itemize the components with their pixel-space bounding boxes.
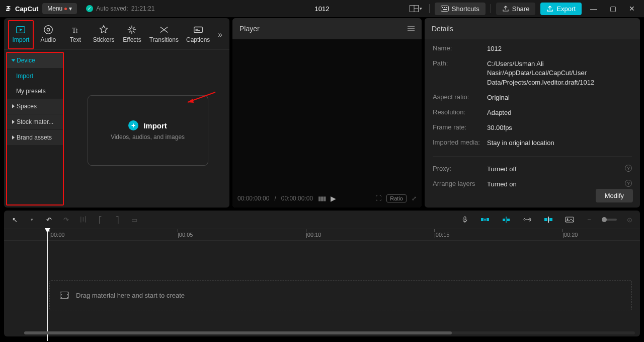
hamburger-icon <box>408 26 415 31</box>
player-viewport[interactable]: 00:00:00:00 / 00:00:00:00 ▮▮▮ ▶ ⛶ Ratio … <box>232 39 422 208</box>
cursor-tool[interactable]: ↖ <box>9 216 20 224</box>
caret-down-icon <box>12 59 16 62</box>
svg-text:I: I <box>76 28 77 34</box>
split-button[interactable]: 〣 <box>77 215 89 224</box>
share-label: Share <box>512 5 530 13</box>
compare-icon[interactable]: ▮▮▮ <box>318 195 326 202</box>
auto-snap-button[interactable] <box>499 215 513 225</box>
svg-rect-14 <box>194 27 202 33</box>
cursor-dropdown[interactable]: ▾ <box>26 217 37 222</box>
tab-audio[interactable]: Audio <box>36 21 61 48</box>
chevron-down-icon: ▾ <box>420 6 422 11</box>
tab-transitions[interactable]: Transitions <box>146 21 181 48</box>
play-button[interactable]: ▶ <box>331 194 336 202</box>
scan-icon[interactable]: ⛶ <box>375 195 381 202</box>
auto-snap-icon <box>501 216 511 224</box>
maximize-button[interactable]: ▢ <box>606 2 620 16</box>
tab-stickers[interactable]: Stickers <box>90 21 118 48</box>
titlebar: CapCut Menu ▾ ✓ Auto saved: 21:21:21 101… <box>0 0 644 17</box>
scrollbar-thumb[interactable] <box>24 331 452 334</box>
divider <box>429 4 430 13</box>
magnet-button[interactable] <box>478 215 492 224</box>
svg-rect-22 <box>484 219 486 221</box>
preview-axis-button[interactable] <box>541 215 555 225</box>
player-header: Player <box>232 18 422 39</box>
sidebar-group-brand[interactable]: Brand assets <box>7 130 63 146</box>
tabs-overflow[interactable]: » <box>215 30 225 39</box>
timeline-dropzone[interactable]: Drag material here and start to create <box>49 280 632 310</box>
zoom-slider[interactable] <box>602 219 617 221</box>
sidebar-item-presets[interactable]: My presets <box>7 84 63 99</box>
tab-text[interactable]: TI Text <box>63 21 88 48</box>
fullscreen-icon[interactable]: ⤢ <box>412 195 417 202</box>
svg-rect-21 <box>487 218 489 221</box>
maximize-icon: ▢ <box>610 5 616 13</box>
svg-point-31 <box>567 219 569 220</box>
split-right-button[interactable]: ⎤ <box>112 216 123 224</box>
tab-label: Import <box>12 36 29 43</box>
row-aspect: Aspect ratio:Original <box>433 93 632 102</box>
info-icon[interactable]: ? <box>625 180 632 187</box>
modify-button[interactable]: Modify <box>596 189 633 202</box>
import-icon <box>15 24 26 35</box>
time-current: 00:00:00:00 <box>237 195 269 202</box>
main-row: Import Audio TI Text Stickers Effects Tr… <box>0 17 644 208</box>
delete-button[interactable]: ▭ <box>129 216 140 224</box>
export-button[interactable]: Export <box>540 3 582 15</box>
sidebar-label: Brand assets <box>17 134 52 141</box>
sidebar-group-spaces[interactable]: Spaces <box>7 99 63 114</box>
caret-right-icon <box>12 104 15 108</box>
time-total: 00:00:00:00 <box>281 195 313 202</box>
project-title: 1012 <box>315 5 330 13</box>
sidebar-item-import[interactable]: Import <box>7 69 63 84</box>
timeline-toolbar: ↖ ▾ ↶ ↷ 〣 ⎡ ⎤ ▭ − ⊙ <box>4 211 640 229</box>
ratio-button[interactable]: Ratio <box>386 194 407 202</box>
timeline-ruler[interactable]: |00:00 |00:05 |00:10 |00:15 |00:20 <box>4 229 640 241</box>
player-controls: 00:00:00:00 / 00:00:00:00 ▮▮▮ ▶ ⛶ Ratio … <box>232 189 422 208</box>
split-left-button[interactable]: ⎡ <box>95 216 106 224</box>
link-button[interactable] <box>520 216 534 224</box>
menu-button[interactable]: Menu ▾ <box>42 3 77 14</box>
shortcuts-label: Shortcuts <box>452 5 479 13</box>
share-button[interactable]: Share <box>496 3 536 15</box>
tab-import[interactable]: Import <box>8 20 34 49</box>
zoom-fit-button[interactable]: ⊙ <box>624 216 635 224</box>
tab-label: Audio <box>40 36 56 43</box>
chevron-down-icon: ▾ <box>69 5 72 12</box>
media-panel: Import Audio TI Text Stickers Effects Tr… <box>4 18 229 208</box>
transitions-icon <box>158 24 170 35</box>
annotation-arrow <box>183 90 218 105</box>
close-button[interactable]: ✕ <box>625 2 639 16</box>
sidebar-label: Device <box>17 57 35 64</box>
tab-effects[interactable]: Effects <box>119 21 144 48</box>
sidebar-group-stock[interactable]: Stock mater... <box>7 114 63 130</box>
preview-axis-icon <box>543 216 553 224</box>
svg-rect-5 <box>444 7 445 8</box>
import-dropzone[interactable]: + Import Videos, audios, and images <box>88 95 208 166</box>
sidebar-group-device[interactable]: Device <box>7 53 63 69</box>
menu-label: Menu <box>47 5 62 12</box>
titlebar-right: ▾ Shortcuts Share Export — ▢ ✕ <box>408 2 639 16</box>
svg-rect-6 <box>446 7 447 8</box>
details-panel: Details Name:1012 Path:C:/Users/Usman Al… <box>425 18 640 208</box>
autosave-prefix: Auto saved: <box>96 5 128 12</box>
cover-button[interactable] <box>562 215 577 224</box>
details-header: Details <box>425 18 640 39</box>
layout-button[interactable]: ▾ <box>408 3 424 14</box>
shortcuts-button[interactable]: Shortcuts <box>435 3 486 15</box>
player-menu-button[interactable] <box>408 26 415 31</box>
minimize-button[interactable]: — <box>587 2 601 16</box>
record-audio-button[interactable] <box>459 215 471 225</box>
undo-button[interactable]: ↶ <box>43 216 54 224</box>
zoom-out-button[interactable]: − <box>584 216 595 224</box>
svg-rect-28 <box>549 218 552 221</box>
timeline-tracks[interactable]: Drag material here and start to create <box>4 241 640 336</box>
redo-button[interactable]: ↷ <box>60 216 71 224</box>
svg-rect-24 <box>507 219 510 221</box>
info-icon[interactable]: ? <box>625 165 632 172</box>
tab-captions[interactable]: Captions <box>183 21 213 48</box>
timeline-scrollbar[interactable] <box>24 331 635 334</box>
divider <box>491 4 491 13</box>
ruler-tick: |00:15 <box>434 229 449 240</box>
svg-rect-3 <box>441 6 448 12</box>
